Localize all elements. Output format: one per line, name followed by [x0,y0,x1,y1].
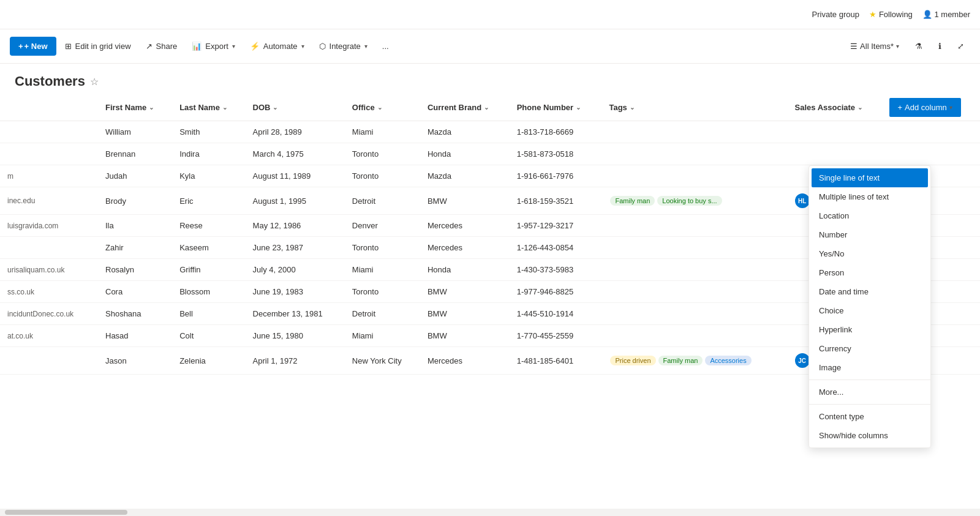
cell-email: luisgravida.com [0,215,98,237]
cell-dob: June 19, 1983 [246,281,345,303]
sales-sort-icon: ⌄ [858,104,862,111]
cell-first-name: Judah [98,165,172,187]
command-bar-right: ☰ All Items* ▾ ⚗ ℹ ⤢ [844,38,970,54]
dropdown-item-image[interactable]: Image [809,358,930,377]
col-sales-associate[interactable]: Sales Associate ⌄ [788,94,884,121]
horizontal-scrollbar[interactable] [0,509,980,516]
cell-tags: Family manLooking to buy s... [601,187,787,215]
cell-brand: Mazda [420,121,510,143]
export-button[interactable]: 📊 Export ▾ [186,38,241,54]
page-title-area: Customers ☆ [0,64,980,94]
cell-email: inec.edu [0,187,98,215]
cell-tags [601,281,787,303]
private-group-label: Private group [812,10,859,19]
col-last-name[interactable]: Last Name ⌄ [172,94,245,121]
tag-badge: Family man [658,356,703,365]
dropdown-item-location[interactable]: Location [809,206,930,225]
cell-tags [601,143,787,165]
col-current-brand[interactable]: Current Brand ⌄ [420,94,510,121]
dropdown-item-show-hide[interactable]: Show/hide columns [809,426,930,445]
cell-office: Miami [345,259,420,281]
cell-office: Toronto [345,143,420,165]
grid-icon: ⊞ [65,42,72,51]
cell-brand: Mazda [420,165,510,187]
edit-grid-button[interactable]: ⊞ Edit in grid view [59,38,137,54]
dropdown-item-more[interactable]: More... [809,383,930,402]
dropdown-item-single-line[interactable]: Single line of text [812,168,928,187]
cell-office: New York City [345,347,420,375]
cell-office: Miami [345,325,420,347]
favorite-icon[interactable]: ☆ [90,76,99,88]
cell-phone: 1-481-185-6401 [510,347,602,375]
info-button[interactable]: ℹ [932,38,948,54]
dropdown-separator [809,404,930,405]
cell-brand: BMW [420,187,510,215]
scroll-thumb[interactable] [5,510,127,515]
cell-last-name: Colt [172,325,245,347]
cell-last-name: Griffin [172,259,245,281]
dob-sort-icon: ⌄ [273,104,277,111]
cell-first-name: William [98,121,172,143]
cell-brand: Mercedes [420,215,510,237]
integrate-button[interactable]: ⬡ Integrate ▾ [313,38,374,54]
more-button[interactable]: ... [376,38,395,54]
share-button[interactable]: ↗ Share [140,38,184,54]
cell-office: Miami [345,121,420,143]
col-dob[interactable]: DOB ⌄ [246,94,345,121]
cell-dob: April 1, 1972 [246,347,345,375]
cell-email: m [0,165,98,187]
col-phone-number[interactable]: Phone Number ⌄ [510,94,602,121]
cell-email: urisaliquam.co.uk [0,259,98,281]
automate-chevron: ▾ [301,43,304,50]
dropdown-item-choice[interactable]: Choice [809,301,930,320]
dropdown-item-currency[interactable]: Currency [809,339,930,358]
cell-tags [601,165,787,187]
expand-button[interactable]: ⤢ [951,38,970,54]
integrate-chevron: ▾ [364,43,368,50]
members-label: 👤 1 member [922,10,970,19]
cell-tags [601,259,787,281]
phone-sort-icon: ⌄ [576,104,581,111]
col-office[interactable]: Office ⌄ [345,94,420,121]
cell-add-col [884,121,981,143]
cell-last-name: Blossom [172,281,245,303]
col-tags[interactable]: Tags ⌄ [601,94,787,121]
cell-dob: April 28, 1989 [246,121,345,143]
filter-button[interactable]: ⚗ [909,38,929,54]
add-column-dropdown: Single line of textMultiple lines of tex… [809,165,931,448]
col-first-name[interactable]: First Name ⌄ [98,94,172,121]
tag-badge: Family man [610,196,655,206]
dropdown-item-content-type[interactable]: Content type [809,407,930,426]
cell-email [0,237,98,259]
all-items-button[interactable]: ☰ All Items* ▾ [844,38,905,54]
dropdown-item-hyperlink[interactable]: Hyperlink [809,320,930,339]
add-column-button[interactable]: + Add column ▾ [889,98,961,117]
private-group-area: Private group [812,10,859,19]
cell-dob: June 23, 1987 [246,237,345,259]
automate-button[interactable]: ⚡ Automate ▾ [244,38,311,54]
cell-first-name: Hasad [98,325,172,347]
table-row[interactable]: BrennanIndiraMarch 4, 1975TorontoHonda1-… [0,143,980,165]
dropdown-item-multiple-lines[interactable]: Multiple lines of text [809,187,930,206]
new-button[interactable]: + + New [10,37,56,56]
dropdown-item-yes-no[interactable]: Yes/No [809,244,930,263]
dropdown-item-number[interactable]: Number [809,225,930,244]
cell-office: Denver [345,215,420,237]
dropdown-item-person[interactable]: Person [809,263,930,282]
tag-badge: Price driven [610,356,655,365]
cell-phone: 1-126-443-0854 [510,237,602,259]
cell-phone: 1-770-455-2559 [510,325,602,347]
cell-last-name: Bell [172,303,245,325]
cell-brand: BMW [420,303,510,325]
export-chevron: ▾ [232,43,235,50]
cell-dob: December 13, 1981 [246,303,345,325]
table-row[interactable]: WilliamSmithApril 28, 1989MiamiMazda1-81… [0,121,980,143]
top-bar-right: Private group ★ Following 👤 1 member [812,10,970,19]
col-add-column[interactable]: + Add column ▾ [884,94,981,121]
dropdown-item-date-time[interactable]: Date and time [809,282,930,301]
following-button[interactable]: ★ Following [869,10,913,19]
cell-office: Toronto [345,281,420,303]
cell-dob: March 4, 1975 [246,143,345,165]
cell-office: Toronto [345,237,420,259]
cell-office: Detroit [345,303,420,325]
